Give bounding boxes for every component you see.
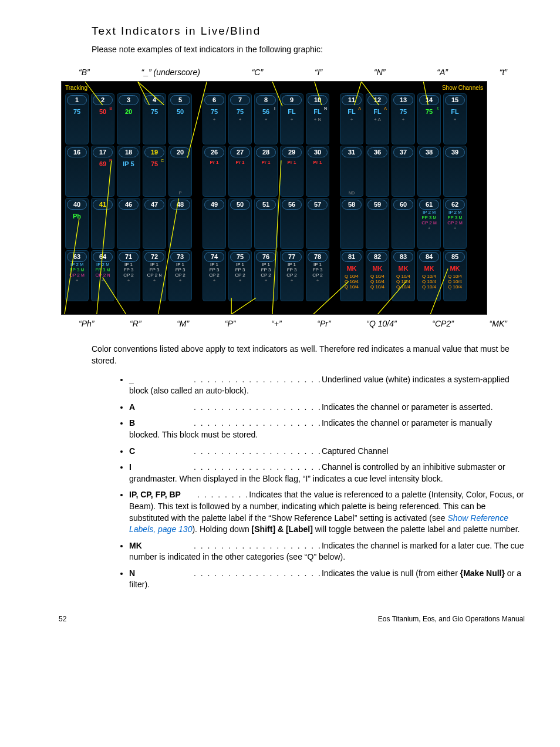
definitions-list: _. . . . . . . . . . . . . . . . . . .Un… — [129, 374, 525, 591]
channel-cell: 47 — [143, 198, 166, 249]
channel-cell: 39 — [443, 146, 467, 197]
channel-cell: 1975C — [143, 146, 166, 197]
definition-item: C. . . . . . . . . . . . . . . . . . .Ca… — [129, 446, 525, 457]
channel-cell: 20P — [168, 146, 192, 197]
callout-label: “Pr” — [317, 318, 330, 330]
channel-cell: 15FL+ — [443, 93, 467, 144]
definition-item: I. . . . . . . . . . . . . . . . . . .Ch… — [129, 462, 525, 484]
channel-cell: 10FLN+ N — [306, 93, 329, 144]
channel-cell: 77IP 1FP 3CP 2+ — [280, 250, 303, 301]
callout-label: “I” — [315, 67, 322, 79]
callout-label: “P” — [225, 318, 236, 330]
channel-cell: 31ND — [340, 146, 363, 197]
channel-cell: 85MKQ 10/4Q 10/4Q 10/4 — [443, 250, 467, 301]
channel-cell: 1375+ — [392, 93, 415, 144]
definition-item: N. . . . . . . . . . . . . . . . . . .In… — [129, 568, 525, 591]
channel-cell: 73IP 1FP 3CP 2+ — [168, 250, 192, 301]
section-heading: Text Indicators in Live/Blind — [92, 23, 525, 39]
channel-cell: 61IP 2 MFP 3 MCP 2 M+ — [417, 198, 441, 249]
channel-cell: 84MKQ 10/4Q 10/4Q 10/4 — [417, 250, 441, 301]
channel-cell: 27Pr 1 — [228, 146, 252, 197]
channel-cell: 675+ — [203, 93, 226, 144]
show-channels-label: Show Channels — [442, 84, 483, 92]
callout-label: “M” — [177, 318, 189, 330]
channel-cell: 475 — [143, 93, 166, 144]
channel-cell: 82MKQ 10/4Q 10/4Q 10/4 — [366, 250, 389, 301]
channel-cell: 49 — [203, 198, 226, 249]
callout-label: “+” — [271, 318, 282, 330]
channel-cell: 63IP 2 MFP 3 MCP 2 M+ — [65, 250, 89, 301]
callouts-top: “B”“_” (underscore)“C”“I”“N”“A”“t” — [61, 67, 525, 81]
channel-cell: 550 — [168, 93, 192, 144]
channel-cell: 29Pr 1 — [280, 146, 303, 197]
callouts-bottom: “Ph”“R”“M”“P”“+”“Pr”“Q 10/4”“CP2”“MK” — [61, 315, 525, 332]
definition-item: MK. . . . . . . . . . . . . . . . . . .I… — [129, 540, 525, 563]
channel-cell: 48 — [168, 198, 192, 249]
channel-cell: 175 — [65, 93, 89, 144]
channel-cell: 12FLA+ A — [366, 93, 389, 144]
channel-cell: 64IP 2 MFP 3 MCP 2 N+ — [91, 250, 114, 301]
channel-cell: 76IP 1FP 3CP 2+ — [254, 250, 278, 301]
page-number: 52 — [59, 614, 66, 624]
doc-title: Eos Titanium, Eos, and Gio Operations Ma… — [378, 614, 525, 624]
channel-panel: Tracking Show Channels 175250B3204755506… — [61, 81, 487, 315]
channel-cell: 320 — [117, 93, 140, 144]
definition-item: B. . . . . . . . . . . . . . . . . . .In… — [129, 418, 525, 440]
channel-grid: 175250B320475550675+775+856I+9FL+10FLN+ … — [65, 93, 483, 301]
channel-cell: 58 — [340, 198, 363, 249]
channel-cell: 30Pr 1 — [306, 146, 329, 197]
channel-cell: 74IP 1FP 3CP 2+ — [203, 250, 226, 301]
callout-label: “t” — [500, 67, 507, 79]
channel-cell: 250B — [91, 93, 114, 144]
channel-cell: 775+ — [228, 93, 252, 144]
body-paragraph: Color conventions listed above apply to … — [92, 344, 525, 366]
callout-label: “Q 10/4” — [366, 318, 396, 330]
definition-item: _. . . . . . . . . . . . . . . . . . .Un… — [129, 374, 525, 397]
channel-cell: 36 — [366, 146, 389, 197]
channel-cell: 56 — [280, 198, 303, 249]
callout-label: “B” — [79, 67, 90, 79]
channel-cell: 1475t — [417, 93, 441, 144]
tracking-label: Tracking — [65, 84, 87, 92]
callout-label: “CP2” — [432, 318, 454, 330]
channel-cell: 57 — [306, 198, 329, 249]
channel-cell: 59 — [366, 198, 389, 249]
channel-cell: 60 — [392, 198, 415, 249]
channel-cell: 40Ph — [65, 198, 89, 249]
channel-cell: 51 — [254, 198, 278, 249]
channel-cell: 78IP 1FP 3CP 2+ — [306, 250, 329, 301]
channel-cell: 62IP 2 MFP 3 MCP 2 M+ — [443, 198, 467, 249]
channel-cell: 72IP 1FP 3CP 2 N+ — [143, 250, 166, 301]
channel-cell: 46 — [117, 198, 140, 249]
channel-cell: 16 — [65, 146, 89, 197]
callout-label: “N” — [374, 67, 385, 79]
channel-cell: 41 — [91, 198, 114, 249]
figure-container: “B”“_” (underscore)“C”“I”“N”“A”“t” Track… — [61, 67, 525, 332]
callout-label: “Ph” — [79, 318, 94, 330]
callout-label: “_” (underscore) — [141, 67, 200, 79]
channel-cell: 856I+ — [254, 93, 278, 144]
callout-label: “A” — [437, 67, 448, 79]
channel-cell: 11FLA+ — [340, 93, 363, 144]
channel-cell: 38 — [417, 146, 441, 197]
page-footer: 52 Eos Titanium, Eos, and Gio Operations… — [59, 614, 525, 624]
channel-cell: 37 — [392, 146, 415, 197]
callout-label: “MK” — [490, 318, 507, 330]
channel-cell: 9FL+ — [280, 93, 303, 144]
channel-cell: 83MKQ 10/4Q 10/4Q 10/4 — [392, 250, 415, 301]
callout-label: “C” — [252, 67, 263, 79]
channel-cell: 75IP 1FP 3CP 2+ — [228, 250, 252, 301]
intro-paragraph: Please note examples of text indicators … — [92, 44, 525, 56]
channel-cell: 81MKQ 10/4Q 10/4Q 10/4 — [340, 250, 363, 301]
callout-label: “R” — [130, 318, 141, 330]
definition-item: A. . . . . . . . . . . . . . . . . . .In… — [129, 402, 525, 413]
channel-cell: 71IP 1FP 3CP 2+ — [117, 250, 140, 301]
definition-item: IP, CP, FP, BP . . . . . . . .Indicates … — [129, 489, 525, 535]
channel-cell: 28Pr 1 — [254, 146, 278, 197]
channel-cell: 26Pr 1 — [203, 146, 226, 197]
channel-cell: 1769R — [91, 146, 114, 197]
channel-cell: 50 — [228, 198, 252, 249]
channel-cell: 18IP 5 — [117, 146, 140, 197]
